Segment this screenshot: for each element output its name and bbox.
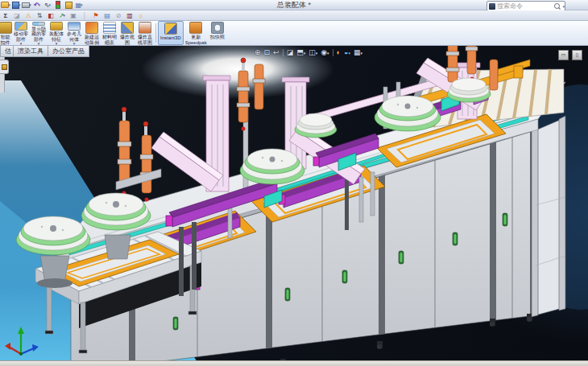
- toolbar-separator: │: [80, 11, 89, 20]
- ribbon-button-smart-fasteners[interactable]: 智能 扣件▾: [0, 21, 12, 45]
- tab-office-products[interactable]: 办公室产品: [48, 46, 89, 57]
- explode-line-sketch-icon: [139, 22, 151, 34]
- expand-pane-button[interactable]: ▯: [572, 50, 582, 60]
- mass-properties-icon[interactable]: ⇅: [35, 11, 44, 20]
- move-component-icon: [14, 22, 27, 31]
- search-dropdown-arrow[interactable]: ▾: [562, 4, 565, 9]
- take-snapshot-icon: [211, 22, 224, 34]
- search-scope-icon[interactable]: [489, 3, 495, 10]
- no-render-preview-icon[interactable]: ⊘: [114, 11, 123, 20]
- smart-fasteners-icon: [0, 22, 12, 34]
- tab-render-tools[interactable]: 渲染工具: [13, 46, 48, 57]
- new-motion-study-icon: [85, 22, 98, 34]
- select-cursor-icon[interactable]: ⇖▾: [43, 1, 52, 10]
- hide-show-items-icon[interactable]: ◉▾: [321, 48, 329, 56]
- equations-icon[interactable]: Σ: [1, 11, 10, 20]
- instant3d-icon: [164, 23, 177, 35]
- previous-view-icon[interactable]: ↩: [273, 48, 280, 56]
- command-manager-tabs: 估 渲染工具 办公室产品: [0, 46, 89, 57]
- solidworks-window: 总装配体 * ▾ ▾ ▾ ↶▾ ⇖▾ ▦▾ 搜索命令 ▾ Σ ◪ ⚠ ⇅ ◧ ↗…: [0, 0, 588, 366]
- ribbon-button-show-hidden-components[interactable]: 显示隐 藏的零 部件▾: [30, 21, 48, 45]
- assembly-icon: [2, 64, 7, 70]
- search-magnifier-icon[interactable]: [554, 3, 560, 9]
- interference-detection-icon[interactable]: ⚠: [23, 11, 33, 20]
- file-properties-icon[interactable]: [64, 1, 73, 10]
- photoview-icon[interactable]: ▤: [102, 11, 112, 20]
- search-placeholder: 搜索命令: [497, 2, 554, 10]
- export-share-icon[interactable]: ↗▾: [57, 11, 67, 20]
- window-layout-icon[interactable]: ▦▾: [74, 1, 84, 10]
- bowl-feeder-c-white: [447, 78, 491, 102]
- deviation-analysis-icon[interactable]: ◧: [46, 11, 56, 20]
- assembly-features-icon: [50, 22, 63, 31]
- tools-toolbar: Σ ◪ ⚠ ⇅ ◧ ↗▾ ▣ │ ⚑ ▤ ⊘ ▥ ☼: [0, 10, 588, 21]
- view-settings-icon[interactable]: ▦▾: [354, 48, 362, 56]
- ribbon-button-move-component[interactable]: 移动零 部件▾: [12, 21, 30, 45]
- zoom-to-fit-icon[interactable]: ⊕: [255, 48, 261, 56]
- update-speedpak-icon: [189, 22, 202, 34]
- graphics-viewport[interactable]: 估 渲染工具 办公室产品 ⊕ ⊡ ↩ ◪ ⬒▾ ◫▾ ◉▾ ◐ ◒▾ ▦▾ ▭ …: [0, 46, 588, 366]
- display-style-icon[interactable]: ◫▾: [308, 48, 317, 56]
- heads-up-view-toolbar: ⊕ ⊡ ↩ ◪ ⬒▾ ◫▾ ◉▾ ◐ ◒▾ ▦▾: [255, 48, 362, 56]
- view-orientation-icon[interactable]: ⬒▾: [296, 48, 305, 56]
- status-bar: [0, 360, 588, 366]
- station-a-cylinders: [116, 107, 161, 202]
- ribbon-button-exploded-view[interactable]: 爆炸视 图▾: [118, 21, 136, 45]
- reference-geometry-icon: [68, 22, 81, 31]
- motion-manager-icon[interactable]: ⚑: [91, 11, 101, 20]
- edit-appearance-icon[interactable]: ◐: [337, 48, 341, 56]
- screen-capture-icon[interactable]: ▣: [68, 11, 78, 20]
- viewport-pane-buttons: ▭ ▯: [558, 50, 582, 60]
- print-icon[interactable]: ▾: [22, 1, 31, 10]
- undo-icon[interactable]: ↶▾: [32, 1, 42, 10]
- bowl-feeder-b-white: [295, 113, 337, 138]
- command-manager-ribbon: 智能 扣件▾ 移动零 部件▾ 显示隐 藏的零 部件▾ 装配体 特征▾ 参考几 何…: [0, 21, 588, 46]
- rebuild-icon[interactable]: [53, 1, 63, 10]
- exploded-view-icon: [121, 22, 134, 34]
- ribbon-button-update-speedpak[interactable]: 更新 Speedpak▾: [184, 21, 209, 45]
- bill-of-materials-icon: [103, 22, 116, 34]
- quick-access-toolbar: ▾ ▾ ▾ ↶▾ ⇖▾ ▦▾: [0, 1, 84, 10]
- ribbon-button-assembly-features[interactable]: 装配体 特征▾: [48, 21, 65, 45]
- measure-icon[interactable]: ◪: [12, 11, 22, 20]
- render-options-icon[interactable]: ☼: [136, 11, 146, 20]
- show-hidden-components-icon: [32, 22, 45, 26]
- ribbon-button-new-motion-study[interactable]: 新建运 动算例▾: [83, 21, 101, 45]
- restore-pane-button[interactable]: ▭: [558, 50, 569, 60]
- zoom-to-area-icon[interactable]: ⊡: [264, 48, 271, 56]
- open-document-icon[interactable]: ▾: [1, 1, 10, 10]
- ribbon-separator: [155, 23, 156, 43]
- apply-scene-icon[interactable]: ◒▾: [344, 48, 350, 56]
- ribbon-button-bill-of-materials[interactable]: 材料明 细表▾: [101, 21, 118, 45]
- feature-manager-tab[interactable]: [0, 60, 9, 74]
- 3d-assembly-scene[interactable]: [0, 46, 588, 366]
- ribbon-button-reference-geometry[interactable]: 参考几 何体▾: [65, 21, 83, 45]
- appearance-layers-icon[interactable]: ▥: [125, 11, 135, 20]
- yellow-bracket: [514, 66, 523, 78]
- section-view-icon[interactable]: ◪: [287, 48, 294, 56]
- ribbon-button-explode-line-sketch[interactable]: 爆炸直 线草图▾: [136, 21, 154, 45]
- ribbon-button-instant3d[interactable]: Instant3D▾: [158, 21, 184, 45]
- save-icon[interactable]: ▾: [11, 1, 21, 10]
- title-bar: 总装配体 * ▾ ▾ ▾ ↶▾ ⇖▾ ▦▾ 搜索命令 ▾: [0, 0, 588, 10]
- ribbon-button-take-snapshot[interactable]: 拍快照▾: [209, 21, 226, 45]
- tab-evaluate[interactable]: 估: [0, 46, 14, 57]
